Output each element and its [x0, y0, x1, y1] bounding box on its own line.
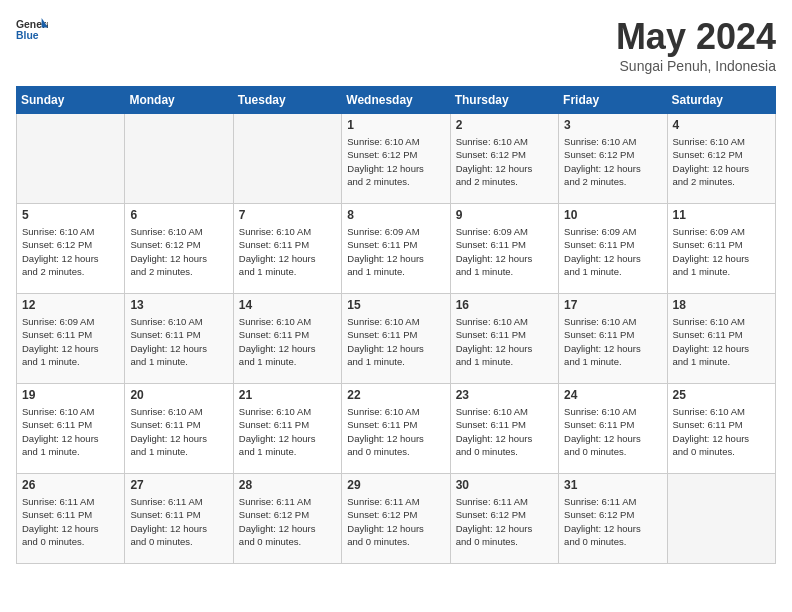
week-row-3: 12Sunrise: 6:09 AM Sunset: 6:11 PM Dayli… — [17, 294, 776, 384]
day-number: 26 — [22, 478, 119, 492]
header-thursday: Thursday — [450, 87, 558, 114]
day-info: Sunrise: 6:10 AM Sunset: 6:12 PM Dayligh… — [456, 135, 553, 188]
calendar-cell: 31Sunrise: 6:11 AM Sunset: 6:12 PM Dayli… — [559, 474, 667, 564]
calendar-cell: 25Sunrise: 6:10 AM Sunset: 6:11 PM Dayli… — [667, 384, 775, 474]
logo: General Blue — [16, 16, 48, 44]
calendar-cell: 19Sunrise: 6:10 AM Sunset: 6:11 PM Dayli… — [17, 384, 125, 474]
day-number: 15 — [347, 298, 444, 312]
header-monday: Monday — [125, 87, 233, 114]
calendar-cell: 5Sunrise: 6:10 AM Sunset: 6:12 PM Daylig… — [17, 204, 125, 294]
location-subtitle: Sungai Penuh, Indonesia — [616, 58, 776, 74]
day-info: Sunrise: 6:10 AM Sunset: 6:11 PM Dayligh… — [564, 405, 661, 458]
day-info: Sunrise: 6:10 AM Sunset: 6:11 PM Dayligh… — [564, 315, 661, 368]
day-number: 22 — [347, 388, 444, 402]
header-wednesday: Wednesday — [342, 87, 450, 114]
calendar-cell: 28Sunrise: 6:11 AM Sunset: 6:12 PM Dayli… — [233, 474, 341, 564]
day-info: Sunrise: 6:11 AM Sunset: 6:12 PM Dayligh… — [239, 495, 336, 548]
header-sunday: Sunday — [17, 87, 125, 114]
day-info: Sunrise: 6:10 AM Sunset: 6:11 PM Dayligh… — [347, 405, 444, 458]
day-info: Sunrise: 6:09 AM Sunset: 6:11 PM Dayligh… — [347, 225, 444, 278]
day-info: Sunrise: 6:10 AM Sunset: 6:12 PM Dayligh… — [130, 225, 227, 278]
day-number: 1 — [347, 118, 444, 132]
calendar-cell: 11Sunrise: 6:09 AM Sunset: 6:11 PM Dayli… — [667, 204, 775, 294]
week-row-4: 19Sunrise: 6:10 AM Sunset: 6:11 PM Dayli… — [17, 384, 776, 474]
day-info: Sunrise: 6:10 AM Sunset: 6:11 PM Dayligh… — [239, 225, 336, 278]
day-number: 3 — [564, 118, 661, 132]
calendar-cell: 7Sunrise: 6:10 AM Sunset: 6:11 PM Daylig… — [233, 204, 341, 294]
day-number: 13 — [130, 298, 227, 312]
calendar-cell — [667, 474, 775, 564]
day-info: Sunrise: 6:10 AM Sunset: 6:11 PM Dayligh… — [239, 315, 336, 368]
calendar-cell: 9Sunrise: 6:09 AM Sunset: 6:11 PM Daylig… — [450, 204, 558, 294]
day-number: 23 — [456, 388, 553, 402]
calendar-cell: 4Sunrise: 6:10 AM Sunset: 6:12 PM Daylig… — [667, 114, 775, 204]
day-number: 8 — [347, 208, 444, 222]
day-number: 30 — [456, 478, 553, 492]
day-number: 25 — [673, 388, 770, 402]
calendar-cell: 2Sunrise: 6:10 AM Sunset: 6:12 PM Daylig… — [450, 114, 558, 204]
calendar-cell: 3Sunrise: 6:10 AM Sunset: 6:12 PM Daylig… — [559, 114, 667, 204]
calendar-cell: 29Sunrise: 6:11 AM Sunset: 6:12 PM Dayli… — [342, 474, 450, 564]
day-info: Sunrise: 6:10 AM Sunset: 6:11 PM Dayligh… — [673, 315, 770, 368]
day-number: 11 — [673, 208, 770, 222]
calendar-cell: 21Sunrise: 6:10 AM Sunset: 6:11 PM Dayli… — [233, 384, 341, 474]
title-section: May 2024 Sungai Penuh, Indonesia — [616, 16, 776, 74]
day-info: Sunrise: 6:09 AM Sunset: 6:11 PM Dayligh… — [564, 225, 661, 278]
day-info: Sunrise: 6:11 AM Sunset: 6:12 PM Dayligh… — [456, 495, 553, 548]
calendar-cell: 26Sunrise: 6:11 AM Sunset: 6:11 PM Dayli… — [17, 474, 125, 564]
calendar-cell: 13Sunrise: 6:10 AM Sunset: 6:11 PM Dayli… — [125, 294, 233, 384]
day-number: 21 — [239, 388, 336, 402]
logo-icon: General Blue — [16, 16, 48, 44]
day-number: 28 — [239, 478, 336, 492]
calendar-cell: 30Sunrise: 6:11 AM Sunset: 6:12 PM Dayli… — [450, 474, 558, 564]
calendar-cell: 12Sunrise: 6:09 AM Sunset: 6:11 PM Dayli… — [17, 294, 125, 384]
calendar-cell: 8Sunrise: 6:09 AM Sunset: 6:11 PM Daylig… — [342, 204, 450, 294]
header-saturday: Saturday — [667, 87, 775, 114]
day-number: 12 — [22, 298, 119, 312]
day-number: 4 — [673, 118, 770, 132]
day-info: Sunrise: 6:11 AM Sunset: 6:11 PM Dayligh… — [22, 495, 119, 548]
month-year-title: May 2024 — [616, 16, 776, 58]
day-info: Sunrise: 6:10 AM Sunset: 6:11 PM Dayligh… — [22, 405, 119, 458]
day-info: Sunrise: 6:10 AM Sunset: 6:11 PM Dayligh… — [456, 315, 553, 368]
day-info: Sunrise: 6:11 AM Sunset: 6:11 PM Dayligh… — [130, 495, 227, 548]
day-number: 2 — [456, 118, 553, 132]
calendar-cell: 10Sunrise: 6:09 AM Sunset: 6:11 PM Dayli… — [559, 204, 667, 294]
header-friday: Friday — [559, 87, 667, 114]
calendar-cell: 24Sunrise: 6:10 AM Sunset: 6:11 PM Dayli… — [559, 384, 667, 474]
calendar-cell: 14Sunrise: 6:10 AM Sunset: 6:11 PM Dayli… — [233, 294, 341, 384]
svg-text:Blue: Blue — [16, 30, 39, 41]
calendar-cell: 27Sunrise: 6:11 AM Sunset: 6:11 PM Dayli… — [125, 474, 233, 564]
day-number: 24 — [564, 388, 661, 402]
day-number: 20 — [130, 388, 227, 402]
calendar-cell: 22Sunrise: 6:10 AM Sunset: 6:11 PM Dayli… — [342, 384, 450, 474]
calendar-cell: 17Sunrise: 6:10 AM Sunset: 6:11 PM Dayli… — [559, 294, 667, 384]
calendar-cell — [125, 114, 233, 204]
week-row-5: 26Sunrise: 6:11 AM Sunset: 6:11 PM Dayli… — [17, 474, 776, 564]
day-number: 6 — [130, 208, 227, 222]
day-number: 27 — [130, 478, 227, 492]
day-number: 31 — [564, 478, 661, 492]
day-number: 19 — [22, 388, 119, 402]
day-info: Sunrise: 6:11 AM Sunset: 6:12 PM Dayligh… — [347, 495, 444, 548]
day-info: Sunrise: 6:10 AM Sunset: 6:11 PM Dayligh… — [347, 315, 444, 368]
page-header: General Blue May 2024 Sungai Penuh, Indo… — [16, 16, 776, 74]
day-number: 29 — [347, 478, 444, 492]
day-info: Sunrise: 6:10 AM Sunset: 6:12 PM Dayligh… — [673, 135, 770, 188]
day-number: 18 — [673, 298, 770, 312]
calendar-cell: 16Sunrise: 6:10 AM Sunset: 6:11 PM Dayli… — [450, 294, 558, 384]
day-number: 9 — [456, 208, 553, 222]
calendar-cell — [17, 114, 125, 204]
day-info: Sunrise: 6:10 AM Sunset: 6:12 PM Dayligh… — [22, 225, 119, 278]
day-info: Sunrise: 6:09 AM Sunset: 6:11 PM Dayligh… — [673, 225, 770, 278]
calendar-cell: 15Sunrise: 6:10 AM Sunset: 6:11 PM Dayli… — [342, 294, 450, 384]
day-info: Sunrise: 6:09 AM Sunset: 6:11 PM Dayligh… — [22, 315, 119, 368]
calendar-cell: 18Sunrise: 6:10 AM Sunset: 6:11 PM Dayli… — [667, 294, 775, 384]
day-number: 10 — [564, 208, 661, 222]
day-info: Sunrise: 6:10 AM Sunset: 6:12 PM Dayligh… — [347, 135, 444, 188]
header-tuesday: Tuesday — [233, 87, 341, 114]
day-number: 5 — [22, 208, 119, 222]
day-info: Sunrise: 6:10 AM Sunset: 6:11 PM Dayligh… — [130, 315, 227, 368]
calendar-cell — [233, 114, 341, 204]
day-info: Sunrise: 6:10 AM Sunset: 6:11 PM Dayligh… — [673, 405, 770, 458]
